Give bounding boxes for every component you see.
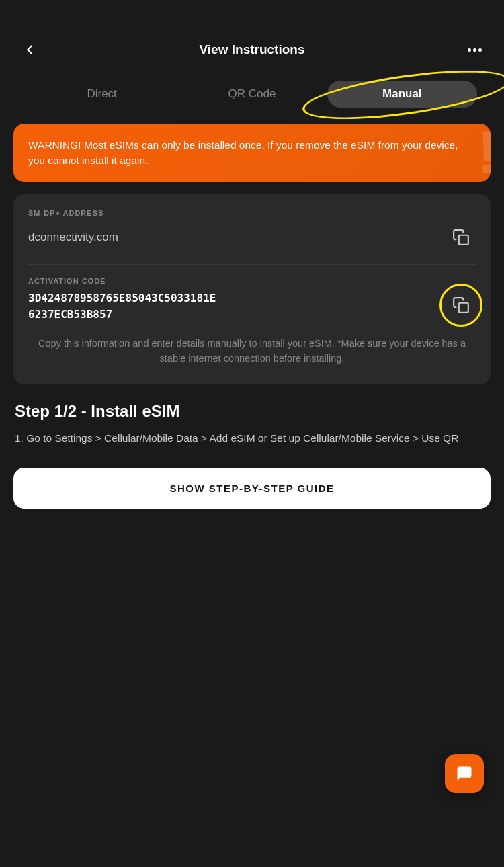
more-options-button[interactable]	[461, 36, 488, 63]
tab-manual[interactable]: Manual	[327, 81, 477, 108]
dot-icon	[478, 48, 482, 52]
header: View Instructions	[0, 0, 504, 75]
tab-bar: Direct QR Code Manual	[0, 75, 504, 118]
smdp-row: dconnectivity.com	[28, 222, 476, 252]
activation-label: ACTIVATION CODE	[28, 277, 476, 285]
smdp-label: SM-DP+ ADDRESS	[28, 209, 476, 217]
info-note: Copy this information and enter details …	[28, 336, 476, 366]
dot-icon	[468, 48, 471, 52]
svg-rect-1	[459, 302, 468, 312]
step-title: Step 1/2 - Install eSIM	[15, 402, 489, 421]
warning-banner: WARNING! Most eSIMs can only be installe…	[13, 124, 491, 182]
step-text: 1. Go to Settings > Cellular/Mobile Data…	[15, 430, 489, 446]
show-guide-button[interactable]: SHOW STEP-BY-STEP GUIDE	[13, 468, 491, 509]
back-button[interactable]	[16, 36, 43, 63]
bottom-btn-area: SHOW STEP-BY-STEP GUIDE	[0, 457, 504, 530]
warning-icon: !	[477, 124, 491, 182]
divider	[28, 264, 476, 265]
svg-rect-0	[459, 235, 468, 244]
activation-row: 3D424878958765E85043C5033181E6237ECB53B8…	[28, 290, 476, 323]
warning-text: WARNING! Most eSIMs can only be installe…	[28, 137, 476, 169]
copy-activation-button[interactable]	[446, 290, 476, 320]
tab-qr-code[interactable]: QR Code	[177, 81, 327, 108]
page-title: View Instructions	[43, 42, 461, 57]
dot-icon	[473, 48, 476, 52]
info-card: SM-DP+ ADDRESS dconnectivity.com ACTIVAT…	[13, 194, 491, 385]
chat-support-button[interactable]	[445, 754, 484, 793]
activation-code-value: 3D424878958765E85043C5033181E6237ECB53B8…	[28, 290, 446, 323]
step-section: Step 1/2 - Install eSIM 1. Go to Setting…	[0, 397, 504, 457]
smdp-value: dconnectivity.com	[28, 231, 446, 244]
chat-icon	[455, 764, 474, 783]
tab-direct[interactable]: Direct	[27, 81, 177, 108]
copy-smdp-button[interactable]	[446, 222, 476, 252]
